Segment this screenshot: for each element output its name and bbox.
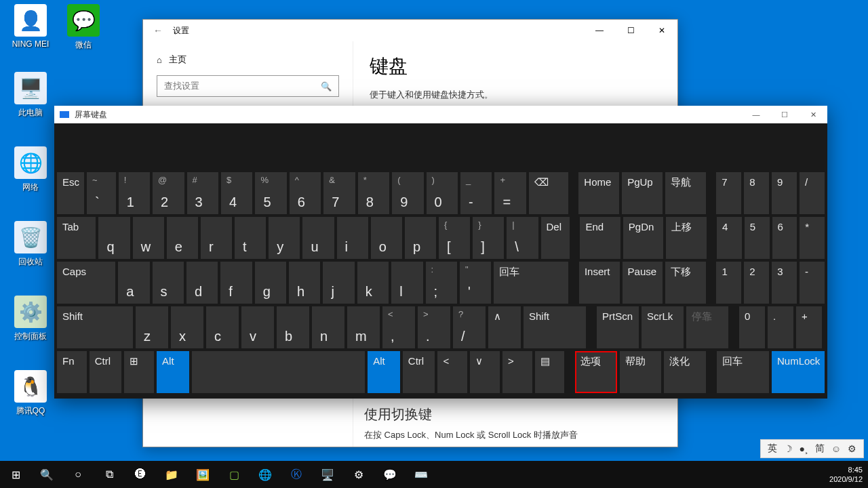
key[interactable]: ∨: [470, 351, 500, 393]
desktop-icon-recycle[interactable]: 🗑️回收站: [5, 221, 56, 268]
desktop-icon-user[interactable]: 👤NING MEI: [5, 4, 56, 49]
ime-item[interactable]: 简: [815, 443, 825, 455]
key[interactable]: Alt: [368, 351, 400, 393]
key[interactable]: !1: [119, 172, 150, 214]
desktop-icon-thispc[interactable]: 🖥️此电脑: [5, 72, 56, 119]
key[interactable]: #3: [187, 172, 218, 214]
key[interactable]: k: [357, 262, 389, 304]
key[interactable]: 淡化: [664, 351, 706, 393]
key[interactable]: 4: [717, 217, 742, 259]
start-button[interactable]: ⊞: [0, 461, 31, 488]
key[interactable]: d: [186, 262, 218, 304]
key[interactable]: n: [312, 306, 344, 348]
key[interactable]: }]: [473, 217, 504, 259]
key[interactable]: *: [800, 217, 825, 259]
key[interactable]: y: [269, 217, 300, 259]
key[interactable]: {[: [439, 217, 470, 259]
desktop-icon-network[interactable]: 🌐网络: [5, 146, 56, 193]
desktop-icon-wechat[interactable]: 💬微信: [58, 4, 108, 51]
key[interactable]: b: [277, 306, 309, 348]
key[interactable]: <: [437, 351, 467, 393]
key[interactable]: (9: [392, 172, 423, 214]
key[interactable]: +=: [494, 172, 526, 214]
ime-item[interactable]: 英: [768, 443, 777, 455]
key[interactable]: Tab: [57, 217, 96, 259]
key[interactable]: PgUp: [622, 172, 663, 214]
key[interactable]: Home: [578, 172, 619, 214]
app-icon[interactable]: ▢: [218, 461, 250, 488]
key[interactable]: >: [502, 351, 532, 393]
key[interactable]: $4: [221, 172, 252, 214]
key[interactable]: &7: [323, 172, 355, 214]
key[interactable]: Ctrl: [403, 351, 435, 393]
key[interactable]: u: [302, 217, 334, 259]
key[interactable]: [192, 351, 365, 393]
key[interactable]: "': [460, 262, 491, 304]
back-button[interactable]: ←: [149, 25, 167, 36]
key[interactable]: Alt: [157, 351, 189, 393]
desktop-icon-qq[interactable]: 🐧腾讯QQ: [5, 370, 56, 417]
kugou-icon[interactable]: Ⓚ: [281, 461, 312, 488]
key[interactable]: p: [405, 217, 436, 259]
key[interactable]: *8: [358, 172, 389, 214]
key[interactable]: 停靠: [686, 306, 728, 348]
maximize-button[interactable]: ☐: [615, 20, 646, 41]
key[interactable]: 8: [744, 172, 769, 214]
key[interactable]: <,: [382, 306, 415, 348]
vm-icon[interactable]: 🖥️: [312, 461, 343, 488]
close-button[interactable]: ✕: [646, 20, 677, 41]
key[interactable]: c: [206, 306, 239, 348]
key[interactable]: Pause: [623, 262, 663, 304]
key[interactable]: l: [391, 262, 422, 304]
key[interactable]: 7: [716, 172, 741, 214]
key[interactable]: Del: [541, 217, 570, 259]
key[interactable]: 导航: [665, 172, 706, 214]
key[interactable]: :;: [426, 262, 457, 304]
key[interactable]: _-: [460, 172, 492, 214]
key[interactable]: Fn: [57, 351, 87, 393]
key[interactable]: ⌫: [529, 172, 568, 214]
key[interactable]: ∧: [488, 306, 521, 348]
key[interactable]: 上移: [666, 217, 706, 259]
key[interactable]: ~`: [87, 172, 116, 214]
key[interactable]: Ctrl: [90, 351, 122, 393]
key[interactable]: |\: [507, 217, 538, 259]
key[interactable]: r: [201, 217, 232, 259]
edge-icon[interactable]: 🅔: [125, 461, 156, 488]
key[interactable]: i: [337, 217, 368, 259]
taskview-button[interactable]: ⧉: [94, 461, 125, 488]
key[interactable]: ▤: [535, 351, 565, 393]
key[interactable]: -: [800, 262, 825, 304]
key[interactable]: 1: [716, 262, 741, 304]
search-input[interactable]: 查找设置🔍: [157, 75, 339, 97]
key[interactable]: ?/: [453, 306, 486, 348]
key[interactable]: 选项: [575, 351, 617, 393]
ime-item[interactable]: ☺: [831, 443, 841, 454]
key[interactable]: PgDn: [623, 217, 663, 259]
key[interactable]: 0: [739, 306, 765, 348]
key[interactable]: ScrLk: [642, 306, 684, 348]
key[interactable]: 2: [744, 262, 769, 304]
key[interactable]: PrtScn: [597, 306, 639, 348]
home-link[interactable]: ⌂主页: [157, 54, 339, 66]
key[interactable]: w: [133, 217, 164, 259]
photos-icon[interactable]: 🖼️: [187, 461, 218, 488]
key[interactable]: f: [220, 262, 252, 304]
chrome-icon[interactable]: 🌐: [250, 461, 281, 488]
key[interactable]: 回车: [494, 262, 568, 304]
cortana-button[interactable]: ○: [62, 461, 94, 488]
ime-item[interactable]: ●¸: [800, 443, 808, 454]
key[interactable]: 9: [772, 172, 797, 214]
key[interactable]: )0: [427, 172, 458, 214]
key[interactable]: /: [800, 172, 825, 214]
key[interactable]: 回车: [717, 351, 769, 393]
key[interactable]: +: [796, 306, 822, 348]
key[interactable]: a: [118, 262, 149, 304]
key[interactable]: Insert: [579, 262, 620, 304]
osk-taskbar-icon[interactable]: ⌨️: [406, 461, 437, 488]
key[interactable]: Shift: [57, 306, 133, 348]
key[interactable]: >.: [418, 306, 450, 348]
clock[interactable]: 8:45 2020/9/12: [829, 465, 863, 484]
ime-bar[interactable]: 英☽●¸简☺⚙: [760, 439, 864, 458]
key[interactable]: %5: [255, 172, 286, 214]
